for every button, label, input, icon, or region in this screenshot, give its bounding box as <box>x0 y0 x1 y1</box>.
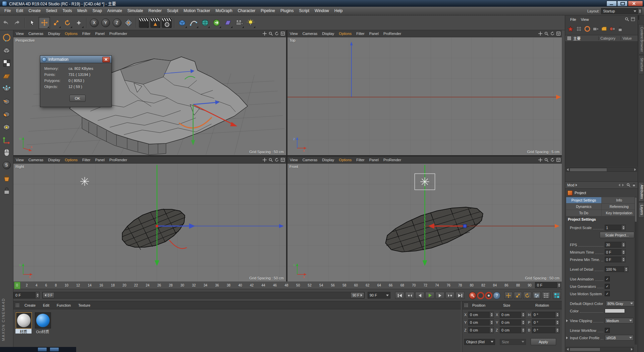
lock-z-axis-button[interactable]: Z <box>112 17 122 29</box>
scale-tool[interactable] <box>51 17 61 29</box>
generators-button[interactable] <box>211 17 222 29</box>
rotation-key-toggle[interactable] <box>523 292 531 299</box>
history-back-icon[interactable] <box>619 184 620 186</box>
viewport-menu-item[interactable]: Panel <box>93 158 107 162</box>
viewport-menu-item[interactable]: ProRender <box>107 158 129 162</box>
take-file-menu[interactable]: File <box>568 17 579 21</box>
scale-project-button[interactable]: Scale Project... <box>600 232 634 238</box>
viewport-menu-item[interactable]: Cameras <box>26 32 46 36</box>
render-override-icon[interactable] <box>601 26 607 32</box>
menu-item[interactable]: Sculpt <box>164 7 181 15</box>
dock-tab[interactable]: Attributes <box>638 182 644 202</box>
range-start-handle[interactable]: 0 F <box>43 292 54 298</box>
menu-item[interactable]: Simulate <box>125 7 146 15</box>
panel-search-icon[interactable] <box>625 17 629 22</box>
menu-item[interactable]: Help <box>332 7 345 15</box>
play-button[interactable] <box>425 292 434 299</box>
apply-button[interactable]: Apply <box>531 338 556 345</box>
rotate-view-icon[interactable] <box>550 158 555 162</box>
attribute-search-icon[interactable] <box>627 183 630 187</box>
menu-item[interactable]: Character <box>235 7 258 15</box>
tab-key-interpolation[interactable]: Key Interpolation <box>602 210 637 216</box>
current-frame-field[interactable]: 0 F <box>13 292 40 299</box>
viewport-menu-item[interactable]: ProRender <box>107 32 129 36</box>
edges-mode-icon[interactable] <box>1 96 12 107</box>
toggle-view-icon[interactable] <box>556 158 561 162</box>
maximize-button[interactable] <box>617 1 628 6</box>
viewport-menu-item[interactable]: View <box>287 32 300 36</box>
last-used-tool[interactable] <box>73 17 84 29</box>
attribute-mode-menu[interactable]: Mod <box>567 183 574 187</box>
viewport-menu-item[interactable]: Panel <box>367 32 381 36</box>
position-key-toggle[interactable] <box>504 292 513 299</box>
scroll-left-icon[interactable] <box>567 348 569 351</box>
viewport-top[interactable]: ViewCamerasDisplayOptionsFilterPanelProR… <box>287 30 562 155</box>
tweak-mode-icon[interactable] <box>1 122 12 132</box>
expander-icon[interactable] <box>566 337 568 339</box>
dock-tab[interactable]: Structure <box>638 55 644 74</box>
spline-pen-button[interactable] <box>188 17 199 29</box>
pan-view-icon[interactable] <box>262 31 267 36</box>
dock-icon[interactable] <box>639 15 639 20</box>
toggle-view-icon[interactable] <box>280 31 285 36</box>
add-primitive-cube-button[interactable] <box>177 17 187 29</box>
material-thumbnail[interactable] <box>35 312 51 328</box>
material-thumbnail[interactable] <box>16 312 32 328</box>
record-keyframe-button[interactable] <box>469 292 476 299</box>
menu-item[interactable]: Tools <box>60 7 74 15</box>
value-column-header[interactable]: Value <box>621 36 636 40</box>
viewport-menu-item[interactable]: Display <box>46 32 62 36</box>
rotate-view-icon[interactable] <box>550 31 555 36</box>
main-take-item[interactable]: 主要 <box>573 36 598 41</box>
zoom-view-icon[interactable] <box>544 31 549 36</box>
material-name-label[interactable]: Oct材质 <box>35 329 51 334</box>
tab-dynamics[interactable]: Dynamics <box>566 204 601 210</box>
keyframe-selection-button[interactable] <box>485 292 492 299</box>
use-generators-checkbox[interactable]: ✓ <box>605 284 610 289</box>
view-clipping-combo[interactable]: Medium <box>605 318 634 323</box>
menu-item[interactable]: MoGraph <box>213 7 235 15</box>
viewport-menu-item[interactable]: Panel <box>93 32 107 36</box>
material-menu-edit[interactable]: Edit <box>39 303 53 307</box>
viewport-menu-item[interactable]: Cameras <box>26 158 46 162</box>
paint-bucket-icon[interactable] <box>1 173 12 183</box>
front-canvas[interactable]: Front Grid Spacing : 50 cm Y X <box>287 164 562 281</box>
use-animation-checkbox[interactable]: ✓ <box>605 276 610 281</box>
subdivision-surface-button[interactable] <box>200 17 210 29</box>
viewport-menu-item[interactable]: Options <box>62 158 80 162</box>
goto-end-button[interactable] <box>455 292 465 299</box>
model-mode-icon[interactable] <box>1 45 12 56</box>
rotate-tool[interactable] <box>62 17 73 29</box>
viewport-right[interactable]: ViewCamerasDisplayOptionsFilterPanelProR… <box>13 157 286 281</box>
light-button[interactable] <box>245 17 256 29</box>
fps-field[interactable]: 30 <box>605 242 626 248</box>
autokeying-button[interactable] <box>477 292 484 299</box>
history-forward-icon[interactable] <box>622 184 624 186</box>
use-motion-system-checkbox[interactable]: ✓ <box>605 291 610 296</box>
title-bar[interactable]: CINEMA 4D R19.024 Studio (RC - R19) - [C… <box>0 0 644 7</box>
live-selection-tool[interactable] <box>27 17 38 29</box>
taskbar-app-icon[interactable] <box>50 347 59 352</box>
tab-info[interactable]: Info <box>602 197 637 203</box>
viewport-front[interactable]: ViewCamerasDisplayOptionsFilterPanelProR… <box>287 157 562 281</box>
lock-workplane-icon[interactable] <box>1 185 12 196</box>
viewport-menu-item[interactable]: View <box>287 158 300 162</box>
attribute-lock-icon[interactable] <box>632 183 636 187</box>
scale-key-toggle[interactable] <box>514 292 522 299</box>
take-horizontal-scrollbar[interactable] <box>566 167 637 172</box>
panel-menu-icon[interactable] <box>631 17 635 22</box>
viewport-menu-item[interactable]: View <box>13 158 26 162</box>
viewport-menu-item[interactable]: Filter <box>354 158 367 162</box>
layout-stepper[interactable] <box>638 8 642 14</box>
redo-button[interactable] <box>12 17 22 29</box>
snap-icon[interactable]: S <box>1 160 12 171</box>
timeline-range-slider[interactable]: 0 F 90 F <box>42 292 365 299</box>
render-settings-button[interactable] <box>161 17 172 29</box>
menu-item[interactable]: Edit <box>13 7 26 15</box>
minimum-time-field[interactable]: 0 F <box>605 249 626 255</box>
attribute-vertical-scrollbar[interactable] <box>635 197 637 345</box>
panel-grip-icon[interactable] <box>15 303 19 307</box>
menu-item[interactable]: Create <box>26 7 43 15</box>
lock-x-axis-button[interactable]: X <box>89 17 100 29</box>
viewport-menu-item[interactable]: Options <box>336 32 354 36</box>
